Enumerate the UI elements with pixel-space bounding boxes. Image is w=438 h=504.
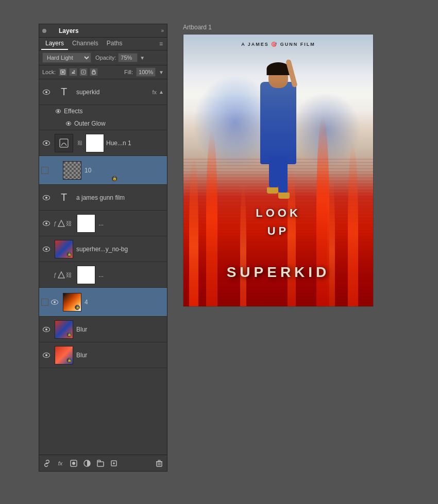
layer-thumb-blur1: 🔒 bbox=[55, 320, 73, 339]
lock-label: Lock: bbox=[42, 69, 56, 75]
layer-row-10[interactable]: 10 🔒 bbox=[39, 156, 167, 185]
effects-row-superkid: Effects Outer Glow bbox=[39, 105, 167, 130]
lock-image-button[interactable] bbox=[69, 68, 77, 76]
visibility-toggle-text[interactable] bbox=[41, 195, 52, 200]
layer-name-blur1: Blur bbox=[76, 326, 165, 333]
outer-glow-label: Outer Glow bbox=[74, 120, 106, 127]
poster-look-up-container: LOOK UP bbox=[256, 205, 301, 239]
poster: A JAMES 🎯 GUNN FILM LOOK bbox=[183, 34, 373, 306]
svg-rect-12 bbox=[97, 460, 100, 462]
layer-name-shape1: ... bbox=[98, 220, 165, 227]
svg-rect-15 bbox=[158, 460, 160, 461]
shape-icon-2 bbox=[58, 271, 65, 279]
link-chain-icon-2: ⛓ bbox=[66, 272, 72, 278]
tab-paths[interactable]: Paths bbox=[103, 38, 127, 50]
link-chain-icon: ⛓ bbox=[66, 220, 72, 227]
lock-position-button[interactable] bbox=[79, 68, 88, 76]
smart-filter-icon-2: ƒ bbox=[54, 272, 57, 278]
blend-row: Hard Light Opacity: ▼ bbox=[39, 50, 167, 65]
add-mask-button[interactable] bbox=[69, 459, 78, 468]
fill-arrow[interactable]: ▼ bbox=[159, 69, 164, 75]
layer-row-superkid[interactable]: T superkid fx ▲ bbox=[39, 79, 167, 105]
opacity-arrow[interactable]: ▼ bbox=[140, 55, 145, 61]
checkbox-4[interactable] bbox=[41, 299, 48, 306]
blend-mode-select[interactable]: Hard Light bbox=[42, 53, 91, 63]
panel-close-button[interactable] bbox=[42, 29, 46, 33]
fill-label: Fill: bbox=[124, 69, 133, 75]
lock-icons bbox=[59, 68, 98, 76]
layer-row-shape2[interactable]: ƒ ⛓ ... bbox=[39, 262, 167, 288]
layer-row-text[interactable]: T a james gunn film bbox=[39, 185, 167, 211]
tab-channels[interactable]: Channels bbox=[68, 38, 103, 50]
lock-row: Lock: Fill: ▼ bbox=[39, 65, 167, 79]
visibility-toggle-hue1[interactable] bbox=[41, 141, 52, 146]
layer-name-hue1: Hue...n 1 bbox=[106, 140, 165, 147]
link-layers-button[interactable] bbox=[42, 459, 52, 468]
panel-title: Layers bbox=[59, 27, 79, 34]
poster-top-text: A JAMES 🎯 GUNN FILM bbox=[183, 42, 373, 47]
layer-row-4[interactable]: 🔒 4 bbox=[39, 288, 167, 317]
layer-row-blur2[interactable]: 🔒 Blur bbox=[39, 342, 167, 368]
smart-obj-badge-blur2: 🔒 bbox=[66, 358, 72, 363]
layer-expand-superkid[interactable]: ▲ bbox=[159, 89, 165, 95]
layer-name-text: a james gunn film bbox=[76, 194, 165, 201]
fill-input[interactable] bbox=[136, 67, 156, 77]
layer-icons-shape1: ƒ ⛓ bbox=[54, 220, 72, 227]
new-group-button[interactable] bbox=[96, 459, 105, 468]
layer-row-shape1[interactable]: ƒ ⛓ ... bbox=[39, 211, 167, 236]
smart-obj-badge-blur1: 🔒 bbox=[66, 332, 72, 337]
panel-titlebar: Layers » bbox=[39, 24, 167, 38]
visibility-toggle-4[interactable] bbox=[49, 300, 60, 305]
layer-name-10: 10 bbox=[85, 167, 165, 174]
effects-item[interactable]: Effects bbox=[39, 105, 167, 117]
poster-title-text: SUPERKID bbox=[227, 264, 330, 281]
layer-name-superhero: superher...y_no-bg bbox=[76, 246, 165, 253]
layers-list: T superkid fx ▲ Effects Outer Glow bbox=[39, 79, 167, 455]
smart-obj-badge-superhero: 🔒 bbox=[66, 252, 72, 257]
visibility-toggle-shape1[interactable] bbox=[41, 221, 52, 226]
panel-menu-icon[interactable]: ≡ bbox=[157, 38, 165, 49]
visibility-toggle-blur1[interactable] bbox=[41, 327, 52, 332]
layer-row-hue1[interactable]: ⛓ Hue...n 1 bbox=[39, 130, 167, 156]
layer-row-blur1[interactable]: 🔒 Blur bbox=[39, 317, 167, 342]
visibility-toggle-superhero[interactable] bbox=[41, 247, 52, 252]
svg-rect-1 bbox=[62, 71, 64, 73]
layer-name-4: 4 bbox=[85, 299, 165, 306]
layers-panel: Layers » Layers Channels Paths ≡ Hard Li… bbox=[39, 24, 167, 472]
layer-thumb-4: 🔒 bbox=[63, 293, 81, 311]
add-adjustment-button[interactable] bbox=[82, 459, 92, 468]
panel-tabs: Layers Channels Paths ≡ bbox=[39, 38, 167, 50]
effects-label: Effects bbox=[64, 108, 82, 115]
checkbox-10[interactable] bbox=[41, 167, 48, 174]
panel-footer: fx bbox=[39, 455, 167, 471]
svg-rect-11 bbox=[97, 462, 104, 466]
tab-layers[interactable]: Layers bbox=[41, 38, 68, 50]
opacity-input[interactable] bbox=[118, 53, 138, 62]
lock-all-button[interactable] bbox=[90, 68, 98, 76]
layer-thumb-text: T bbox=[55, 188, 73, 207]
poster-look-text: LOOK bbox=[256, 205, 301, 221]
layer-thumb-blur2: 🔒 bbox=[55, 346, 73, 364]
layer-thumb-superkid: T bbox=[55, 83, 73, 101]
add-fx-button[interactable]: fx bbox=[56, 459, 65, 468]
layer-thumb-10 bbox=[63, 161, 81, 180]
lock-pixels-button[interactable] bbox=[59, 68, 67, 76]
artboard-label: Artboard 1 bbox=[183, 24, 428, 31]
artboard-canvas[interactable]: A JAMES 🎯 GUNN FILM LOOK bbox=[183, 34, 374, 307]
outer-glow-eye bbox=[65, 120, 72, 127]
layer-row-superhero[interactable]: 🔒 superher...y_no-bg bbox=[39, 236, 167, 262]
effects-eye bbox=[55, 108, 62, 115]
delete-layer-button[interactable] bbox=[155, 459, 164, 468]
poster-child-figure bbox=[242, 56, 314, 221]
panel-collapse-button[interactable]: » bbox=[161, 28, 164, 33]
visibility-toggle-superkid[interactable] bbox=[41, 90, 52, 95]
opacity-label: Opacity: bbox=[95, 55, 116, 61]
layer-name-superkid: superkid bbox=[76, 89, 152, 96]
layer-name-shape2: ... bbox=[98, 271, 165, 279]
svg-rect-4 bbox=[92, 72, 95, 74]
new-layer-button[interactable] bbox=[109, 459, 119, 468]
visibility-toggle-blur2[interactable] bbox=[41, 353, 52, 358]
layer-mask-hue1 bbox=[86, 134, 104, 152]
layer-link-hue1: ⛓ bbox=[77, 140, 82, 146]
outer-glow-item[interactable]: Outer Glow bbox=[39, 117, 167, 130]
